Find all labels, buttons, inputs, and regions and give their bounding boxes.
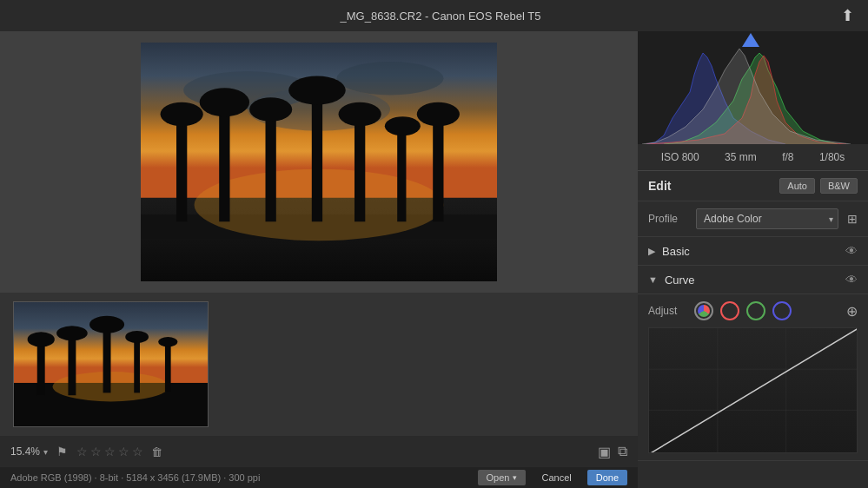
- svg-rect-28: [103, 325, 111, 393]
- star-3[interactable]: ☆: [104, 445, 116, 458]
- star-1[interactable]: ☆: [76, 445, 88, 458]
- svg-point-16: [339, 102, 381, 127]
- open-button[interactable]: Open ▾: [478, 470, 527, 485]
- center-content: 15.4% ▾ ⚑ ☆ ☆ ☆ ☆ ☆ 🗑 ▣ ⧉ Adobe RGB (199…: [0, 31, 638, 488]
- delete-button[interactable]: 🗑: [151, 445, 162, 458]
- svg-point-12: [249, 97, 292, 122]
- profile-row: Profile Adobe Color Adobe Landscape Adob…: [638, 201, 868, 237]
- file-info: Adobe RGB (1998) · 8-bit · 5184 x 3456 (…: [10, 472, 260, 483]
- zoom-control[interactable]: 15.4% ▾: [10, 445, 48, 458]
- camera-info: ISO 800 35 mm f/8 1/80s: [638, 144, 868, 171]
- svg-marker-34: [742, 33, 759, 47]
- thumbnail-svg: [14, 302, 208, 426]
- svg-rect-19: [433, 115, 443, 222]
- svg-rect-7: [176, 115, 187, 222]
- edit-buttons: Auto B&W: [779, 178, 858, 194]
- svg-point-18: [385, 116, 421, 135]
- bw-button[interactable]: B&W: [820, 178, 858, 194]
- channel-rgb-button[interactable]: [694, 301, 713, 320]
- svg-point-29: [89, 316, 124, 333]
- basic-visibility-icon[interactable]: 👁: [845, 244, 858, 258]
- flag-icon[interactable]: ⚑: [56, 445, 68, 458]
- histogram-area: [638, 31, 868, 144]
- svg-rect-9: [219, 102, 229, 222]
- cancel-button[interactable]: Cancel: [533, 470, 580, 485]
- adjust-label: Adjust: [648, 305, 687, 317]
- adjust-row: Adjust ⊕: [648, 301, 858, 320]
- zoom-chevron-icon[interactable]: ▾: [43, 447, 48, 457]
- svg-point-8: [161, 102, 203, 127]
- main-image-svg: [141, 43, 497, 281]
- profile-grid-button[interactable]: ⊞: [847, 212, 858, 226]
- bottom-bar: 15.4% ▾ ⚑ ☆ ☆ ☆ ☆ ☆ 🗑 ▣ ⧉: [0, 436, 638, 467]
- profile-label: Profile: [648, 213, 687, 225]
- export-button[interactable]: ⬆: [841, 6, 854, 25]
- main-image: [141, 43, 497, 281]
- basic-section-title: Basic: [662, 245, 690, 258]
- channel-blue-button[interactable]: [772, 301, 792, 320]
- single-view-button[interactable]: ▣: [598, 444, 611, 460]
- auto-button[interactable]: Auto: [779, 178, 815, 194]
- status-actions: Open ▾ Cancel Done: [478, 470, 627, 485]
- channel-green-button[interactable]: [746, 301, 765, 320]
- star-4[interactable]: ☆: [118, 445, 129, 458]
- svg-rect-35: [649, 328, 857, 452]
- status-bar: Adobe RGB (1998) · 8-bit · 5184 x 3456 (…: [0, 467, 638, 488]
- thumbnail-strip: [0, 293, 638, 436]
- curve-svg: [649, 328, 857, 452]
- edit-label: Edit: [648, 179, 671, 193]
- main-layout: 15.4% ▾ ⚑ ☆ ☆ ☆ ☆ ☆ 🗑 ▣ ⧉ Adobe RGB (199…: [0, 31, 868, 488]
- curve-section-title: Curve: [665, 274, 695, 287]
- shutter-speed: 1/80s: [819, 151, 845, 163]
- profile-select[interactable]: Adobe Color Adobe Landscape Adobe Portra…: [696, 208, 838, 229]
- panel-scroll: Edit Auto B&W Profile Adobe Color Adobe …: [638, 171, 868, 488]
- top-bar: _MG_8638.CR2 - Canon EOS Rebel T5 ⬆: [0, 0, 868, 31]
- star-2[interactable]: ☆: [90, 445, 102, 458]
- svg-point-27: [56, 326, 88, 340]
- thumbnail-item[interactable]: [13, 301, 209, 427]
- main-image-canvas: [141, 43, 497, 281]
- channel-red-button[interactable]: [720, 301, 739, 320]
- curve-graph[interactable]: [648, 327, 858, 453]
- svg-rect-30: [134, 337, 140, 392]
- svg-point-31: [125, 331, 149, 343]
- svg-point-4: [337, 62, 444, 96]
- curve-visibility-icon[interactable]: 👁: [845, 273, 858, 287]
- svg-rect-11: [266, 109, 276, 221]
- image-area: [0, 31, 638, 293]
- focal-length: 35 mm: [725, 151, 757, 163]
- add-point-button[interactable]: ⊕: [846, 303, 858, 320]
- profile-select-wrapper: Adobe Color Adobe Landscape Adobe Portra…: [696, 208, 838, 229]
- right-panel: ISO 800 35 mm f/8 1/80s Edit Auto B&W Pr…: [638, 31, 868, 488]
- basic-section-header[interactable]: ▶ Basic 👁: [638, 237, 868, 266]
- svg-rect-26: [68, 333, 76, 396]
- star-5[interactable]: ☆: [132, 445, 143, 458]
- title-bar-text: _MG_8638.CR2 - Canon EOS Rebel T5: [341, 10, 541, 23]
- svg-point-20: [417, 102, 460, 127]
- channel-rgb-inner: [698, 305, 710, 317]
- compare-view-button[interactable]: ⧉: [618, 444, 627, 460]
- iso-value: ISO 800: [661, 151, 699, 163]
- curve-section-left: ▼ Curve: [648, 274, 845, 287]
- done-button[interactable]: Done: [587, 470, 627, 485]
- aperture-value: f/8: [782, 151, 793, 163]
- svg-rect-15: [354, 115, 365, 222]
- basic-chevron-icon: ▶: [648, 246, 655, 257]
- view-controls: ▣ ⧉: [598, 444, 627, 460]
- svg-rect-17: [397, 126, 406, 221]
- basic-section-left: ▶ Basic: [648, 245, 845, 258]
- curve-chevron-icon: ▼: [648, 274, 658, 285]
- star-rating[interactable]: ☆ ☆ ☆ ☆ ☆ 🗑: [76, 445, 162, 458]
- svg-rect-13: [312, 90, 322, 221]
- curve-section-body: Adjust ⊕: [638, 294, 868, 461]
- svg-point-10: [200, 88, 249, 116]
- curve-section-header[interactable]: ▼ Curve 👁: [638, 266, 868, 294]
- svg-point-14: [288, 76, 346, 105]
- svg-rect-32: [165, 342, 171, 392]
- histogram-svg: [638, 31, 868, 144]
- zoom-value: 15.4%: [10, 445, 40, 458]
- svg-rect-24: [37, 340, 45, 395]
- edit-section: Edit Auto B&W: [638, 171, 868, 201]
- svg-point-33: [158, 337, 177, 346]
- svg-point-25: [28, 332, 55, 346]
